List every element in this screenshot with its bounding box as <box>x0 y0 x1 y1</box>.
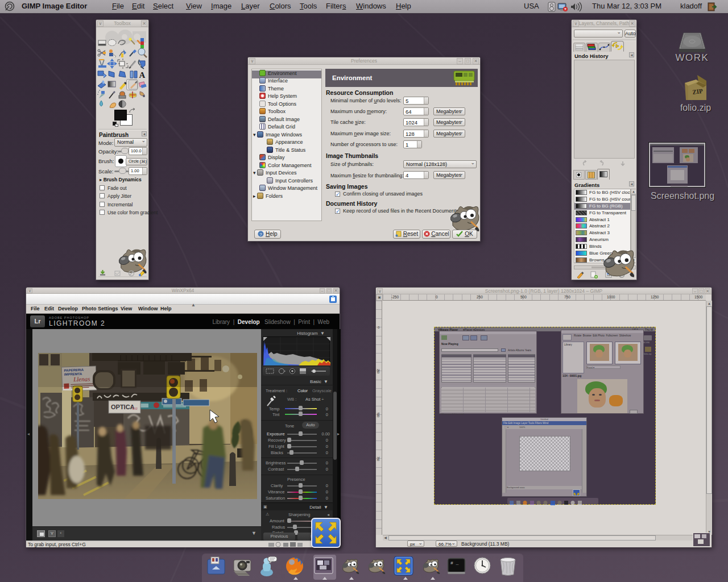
svg-text:A: A <box>139 70 146 80</box>
svg-text:ZIP: ZIP <box>692 88 704 95</box>
svg-text:# _: # _ <box>450 560 459 566</box>
svg-text:?: ? <box>260 232 263 237</box>
